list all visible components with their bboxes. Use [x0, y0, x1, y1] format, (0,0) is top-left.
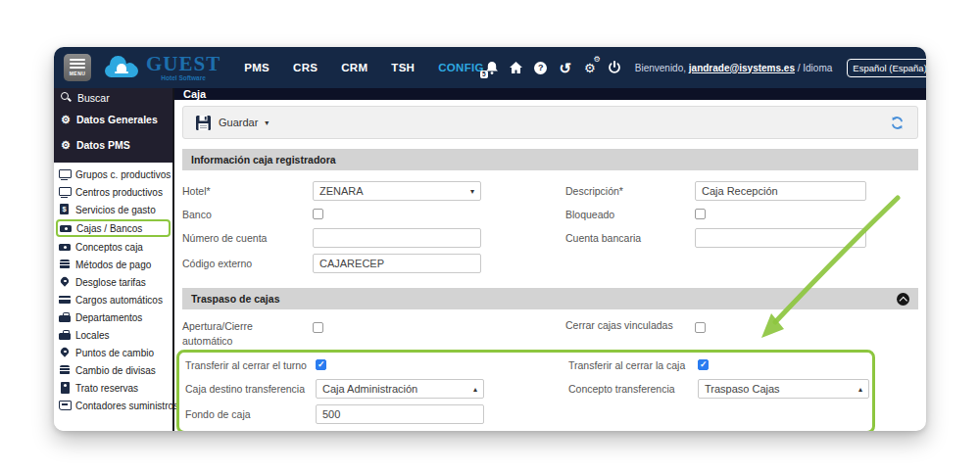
- sidebar-item-label: Datos PMS: [76, 139, 130, 151]
- sidebar-item-grupos-c-productivos[interactable]: Grupos c. productivos: [56, 166, 171, 183]
- sidebar-item-label: Métodos de pago: [75, 260, 151, 270]
- annotation-highlight-box: Transferir al cerrar el turno Transferir…: [176, 350, 875, 431]
- cloud-logo-icon: [103, 56, 140, 79]
- sidebar-item-label: Contadores suministros: [75, 401, 178, 411]
- sidebar-search[interactable]: Buscar: [54, 88, 172, 107]
- sidebar-item-label: Cajas / Bancos: [76, 223, 142, 234]
- top-navbar: MENU GUEST Hotel Software PMS CRS CRM TS…: [54, 47, 926, 88]
- fondo-caja-label: Fondo de caja: [185, 408, 316, 420]
- transferir-caja-checkbox[interactable]: [698, 359, 709, 370]
- apertura-cierre-label: Apertura/Cierre automático: [182, 319, 267, 348]
- search-icon: [61, 92, 72, 103]
- numero-cuenta-input[interactable]: [313, 228, 481, 248]
- sidebar-item-centros-productivos[interactable]: Centros productivos: [56, 183, 171, 201]
- briefcase-icon: [59, 311, 71, 323]
- sidebar-item-label: Cambio de divisas: [75, 365, 156, 376]
- sidebar: Buscar ⚙ Datos Generales ⚙ Datos PMS Gru…: [54, 88, 174, 431]
- sidebar-item-datos-generales[interactable]: ⚙ Datos Generales: [54, 107, 172, 132]
- sidebar-item-datos-pms[interactable]: ⚙ Datos PMS: [54, 132, 172, 158]
- sidebar-item-label: Centros productivos: [75, 187, 163, 198]
- settings-gears-icon[interactable]: ⚙: [582, 60, 598, 75]
- apertura-cierre-checkbox[interactable]: [313, 322, 323, 333]
- form-traspaso: Apertura/Cierre automático Cerrar cajas …: [182, 309, 918, 431]
- briefcase-icon: [59, 329, 71, 341]
- hotel-select[interactable]: ZENARA ▾: [313, 181, 481, 201]
- floppy-disk-icon: [195, 115, 212, 131]
- nav-link-crs[interactable]: CRS: [293, 62, 318, 73]
- nav-link-pms[interactable]: PMS: [244, 62, 270, 73]
- map-pin-icon: [59, 276, 71, 288]
- numero-cuenta-label: Número de cuenta: [182, 232, 313, 244]
- sidebar-item-label: Departamentos: [75, 312, 142, 323]
- transferir-turno-checkbox[interactable]: [316, 359, 326, 370]
- hotel-value: ZENARA: [319, 185, 364, 197]
- sidebar-item-desglose-tarifas[interactable]: Desglose tarifas: [56, 273, 171, 291]
- notifications-bell-icon[interactable]: 5: [484, 60, 500, 75]
- save-button-label: Guardar: [219, 117, 258, 128]
- sidebar-item-cajas-bancos[interactable]: Cajas / Bancos: [56, 219, 171, 237]
- id-card-icon: [59, 382, 71, 394]
- user-email-link[interactable]: jandrade@isystems.es: [689, 63, 795, 73]
- app-window: MENU GUEST Hotel Software PMS CRS CRM TS…: [54, 47, 926, 431]
- caja-destino-label: Caja destino transferencia: [185, 383, 316, 395]
- banknote-icon: [60, 222, 72, 234]
- cuenta-bancaria-input[interactable]: [695, 228, 866, 248]
- home-icon[interactable]: [509, 60, 524, 75]
- sidebar-item-label: Grupos c. productivos: [75, 169, 171, 180]
- bloqueado-checkbox[interactable]: [695, 209, 706, 219]
- language-value: Español (España): [853, 63, 926, 73]
- sidebar-item-label: Datos Generales: [76, 114, 158, 125]
- cerrar-vinculadas-checkbox[interactable]: [695, 322, 706, 333]
- descripcion-input[interactable]: [695, 181, 866, 201]
- sidebar-item-departamentos[interactable]: Departamentos: [56, 308, 171, 326]
- sidebar-item-cargos-automaticos[interactable]: Cargos automáticos: [56, 291, 171, 308]
- sidebar-item-contadores-suministros[interactable]: Contadores suministros: [56, 397, 171, 414]
- section-header-traspaso: Traspaso de cajas: [182, 288, 918, 309]
- sidebar-item-puntos-de-cambio[interactable]: Puntos de cambio: [56, 344, 171, 361]
- power-icon[interactable]: [607, 60, 622, 75]
- collapse-section-icon[interactable]: [897, 293, 909, 306]
- concepto-transferencia-value: Traspaso Cajas: [705, 383, 780, 395]
- sidebar-item-label: Trato reservas: [75, 383, 138, 394]
- page-title: Caja: [174, 88, 926, 100]
- chevron-down-icon: ▾: [470, 187, 474, 196]
- codigo-externo-input[interactable]: [313, 254, 481, 273]
- gear-icon: ⚙: [61, 115, 71, 125]
- transferir-turno-label: Transferir al cerrar el turno: [185, 359, 316, 371]
- sidebar-item-cambio-de-divisas[interactable]: Cambio de divisas: [56, 361, 171, 379]
- sidebar-item-metodos-de-pago[interactable]: Métodos de pago: [56, 256, 171, 273]
- refresh-button[interactable]: [889, 115, 906, 131]
- sidebar-item-label: Locales: [75, 330, 109, 341]
- nav-link-crm[interactable]: CRM: [341, 62, 368, 73]
- credit-card-icon: [59, 294, 71, 306]
- language-selector[interactable]: Español (España) ˆ: [847, 59, 926, 77]
- cuenta-bancaria-label: Cuenta bancaria: [565, 232, 695, 244]
- hotel-label: Hotel*: [182, 185, 313, 197]
- chevron-down-icon: ▾: [265, 118, 269, 127]
- coins-icon: [59, 364, 71, 376]
- nav-link-config[interactable]: CONFIG: [438, 62, 484, 73]
- concepto-transferencia-select[interactable]: Traspaso Cajas ▴: [698, 379, 869, 399]
- sidebar-item-servicios-de-gasto[interactable]: Servicios de gasto: [56, 201, 171, 218]
- menu-button[interactable]: MENU: [64, 54, 91, 81]
- banco-label: Banco: [182, 209, 313, 220]
- save-button[interactable]: Guardar ▾: [195, 115, 269, 131]
- notification-badge: 5: [480, 71, 488, 78]
- sidebar-item-locales[interactable]: Locales: [56, 326, 171, 344]
- welcome-text: Bienvenido, jandrade@isystems.es / Idiom…: [635, 63, 833, 73]
- sidebar-item-label: Puntos de cambio: [75, 348, 154, 358]
- caja-destino-value: Caja Administración: [322, 383, 417, 395]
- fondo-caja-input[interactable]: [316, 404, 484, 424]
- coins-icon: [59, 259, 71, 270]
- history-icon[interactable]: ↺: [558, 60, 573, 75]
- nav-link-tsh[interactable]: TSH: [391, 62, 415, 73]
- sidebar-item-trato-reservas[interactable]: Trato reservas: [56, 379, 171, 397]
- sidebar-item-label: Cargos automáticos: [75, 295, 163, 306]
- help-icon[interactable]: ?: [533, 60, 549, 75]
- monitor-icon: [59, 186, 71, 198]
- sidebar-item-label: Conceptos caja: [75, 242, 143, 253]
- banco-checkbox[interactable]: [313, 209, 323, 219]
- caja-destino-select[interactable]: Caja Administración ▴: [316, 379, 484, 399]
- cerrar-vinculadas-label: Cerrar cajas vinculadas: [565, 319, 695, 331]
- sidebar-item-conceptos-caja[interactable]: Conceptos caja: [56, 238, 171, 256]
